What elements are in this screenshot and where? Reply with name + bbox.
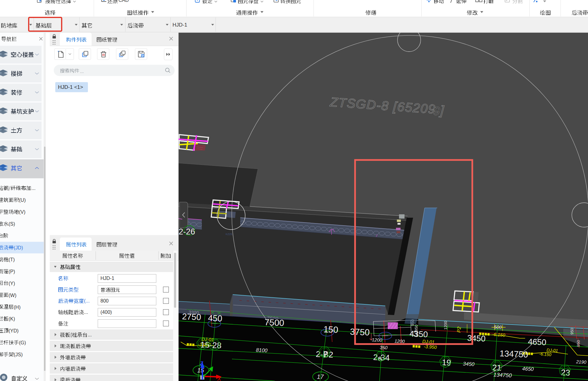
svg-text:8100: 8100: [256, 347, 268, 354]
svg-text:15: 15: [197, 367, 204, 374]
svg-text:P2: P2: [456, 326, 462, 333]
svg-text:1200: 1200: [443, 321, 448, 330]
svg-text:17: 17: [317, 373, 324, 380]
svg-text:2-26: 2-26: [179, 227, 195, 236]
svg-text:-6.150: -6.150: [539, 351, 552, 357]
svg-text:1200: 1200: [372, 337, 383, 343]
svg-text:150: 150: [323, 324, 339, 335]
svg-text:a: a: [378, 354, 382, 362]
svg-text:500: 500: [494, 324, 502, 330]
svg-text:Z: Z: [200, 361, 203, 366]
svg-text:2750: 2750: [182, 312, 201, 322]
svg-text:1200: 1200: [394, 338, 405, 344]
svg-text:4650: 4650: [522, 366, 534, 372]
svg-text:134750: 134750: [493, 372, 512, 379]
svg-text:X: X: [217, 376, 221, 381]
svg-text:KZZ6: KZZ6: [226, 233, 232, 236]
svg-text:3450: 3450: [467, 333, 486, 343]
svg-text:7500: 7500: [264, 317, 285, 328]
svg-text:134750: 134750: [499, 349, 528, 359]
svg-text:350: 350: [380, 345, 388, 350]
svg-text:3750: 3750: [350, 327, 370, 337]
svg-text:450: 450: [208, 313, 223, 323]
svg-text:950: 950: [576, 340, 581, 347]
svg-text:9: 9: [433, 104, 440, 118]
svg-text:-6.150: -6.150: [492, 332, 506, 338]
svg-text:2190: 2190: [576, 359, 587, 365]
svg-text:4350: 4350: [409, 329, 428, 339]
svg-text:950: 950: [570, 328, 574, 335]
svg-text:3450: 3450: [463, 361, 475, 367]
